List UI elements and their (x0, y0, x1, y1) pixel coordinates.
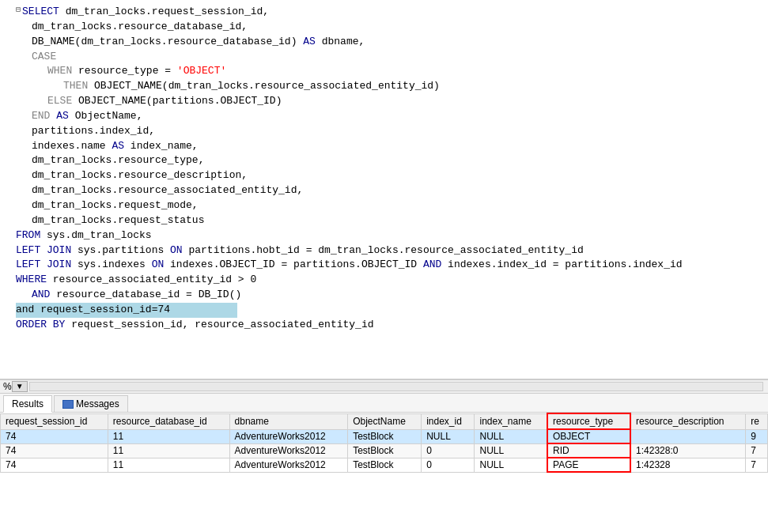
code-line-2: dm_tran_locks.resource_database_id, (16, 20, 762, 35)
code-content: ⊟SELECT dm_tran_locks.request_session_id… (0, 3, 768, 334)
zoom-percent: % (3, 381, 12, 392)
cell-index-name: NULL (475, 458, 547, 472)
cell-objectname: TestBlock (348, 458, 422, 472)
results-tab-label: Results (12, 398, 44, 409)
code-line-5: WHEN resource_type = 'OBJECT' (16, 64, 762, 79)
col-header-dbname: dbname (229, 413, 348, 429)
code-line-17: LEFT JOIN sys.partitions ON partitions.h… (16, 243, 762, 258)
col-header-index-name: index_name (475, 413, 547, 429)
code-line-7: ELSE OBJECT_NAME(partitions.OBJECT_ID) (16, 94, 762, 109)
cell-index-name: NULL (475, 429, 547, 443)
code-line-20: AND resource_database_id = DB_ID() (16, 288, 762, 303)
main-container: ⊟SELECT dm_tran_locks.request_session_id… (0, 0, 768, 532)
col-header-index-id: index_id (422, 413, 475, 429)
cell-db-id: 11 (108, 458, 229, 472)
results-table-container[interactable]: request_session_id resource_database_id … (0, 413, 768, 531)
table-row[interactable]: 74 11 AdventureWorks2012 TestBlock NULL … (1, 429, 768, 443)
tab-messages[interactable]: Messages (54, 395, 128, 412)
cell-index-id: NULL (422, 429, 475, 443)
zoom-dropdown-btn[interactable]: ▼ (12, 381, 28, 392)
cell-resource-type: PAGE (547, 458, 630, 472)
code-line-9: partitions.index_id, (16, 124, 762, 139)
cell-dbname: AdventureWorks2012 (229, 458, 348, 472)
col-header-resource-type: resource_type (547, 413, 630, 429)
col-header-resource-description: resource_description (630, 413, 746, 429)
cell-objectname: TestBlock (348, 429, 422, 443)
cell-session-id: 74 (1, 443, 108, 458)
cell-dbname: AdventureWorks2012 (229, 443, 348, 458)
cell-session-id: 74 (1, 429, 108, 443)
code-line-11: dm_tran_locks.resource_type, (16, 153, 762, 168)
cell-objectname: TestBlock (348, 443, 422, 458)
col-header-objectname: ObjectName (348, 413, 422, 429)
cell-re: 9 (746, 429, 768, 443)
cell-index-name: NULL (475, 443, 547, 458)
code-line-10: indexes.name AS index_name, (16, 139, 762, 154)
code-line-8: END AS ObjectName, (16, 109, 762, 124)
cell-session-id: 74 (1, 458, 108, 472)
code-line-13: dm_tran_locks.resource_associated_entity… (16, 183, 762, 198)
code-line-14: dm_tran_locks.request_mode, (16, 198, 762, 213)
cell-dbname: AdventureWorks2012 (229, 429, 348, 443)
code-line-21: and request_session_id=74 (16, 303, 237, 318)
code-line-4: CASE (16, 50, 762, 65)
code-line-15: dm_tran_locks.request_status (16, 213, 762, 228)
code-line-22: ORDER BY request_session_id, resource_as… (16, 318, 762, 333)
cell-index-id: 0 (422, 458, 475, 472)
horizontal-scrollbar[interactable] (29, 382, 763, 391)
code-line-18: LEFT JOIN sys.indexes ON indexes.OBJECT_… (16, 258, 762, 273)
cell-re: 7 (746, 458, 768, 472)
cell-resource-desc: 1:42328 (630, 458, 746, 472)
messages-tab-label: Messages (76, 398, 119, 409)
results-panel: Results Messages request_session_id reso… (0, 394, 768, 531)
col-header-re: re (746, 413, 768, 429)
code-line-6: THEN OBJECT_NAME(dm_tran_locks.resource_… (16, 79, 762, 94)
cell-resource-desc: 1:42328:0 (630, 443, 746, 458)
cell-db-id: 11 (108, 443, 229, 458)
table-row[interactable]: 74 11 AdventureWorks2012 TestBlock 0 NUL… (1, 458, 768, 472)
code-line-3: DB_NAME(dm_tran_locks.resource_database_… (16, 35, 762, 50)
cell-resource-type: RID (547, 443, 630, 458)
table-row[interactable]: 74 11 AdventureWorks2012 TestBlock 0 NUL… (1, 443, 768, 458)
code-line-16: FROM sys.dm_tran_locks (16, 228, 762, 243)
tab-results[interactable]: Results (3, 395, 52, 413)
results-tabs: Results Messages (0, 394, 768, 413)
results-table: request_session_id resource_database_id … (0, 413, 768, 473)
cell-resource-type: OBJECT (547, 429, 630, 443)
messages-tab-icon (62, 400, 74, 409)
cell-re: 7 (746, 443, 768, 458)
col-header-resource-database-id: resource_database_id (108, 413, 229, 429)
col-header-request-session-id: request_session_id (1, 413, 108, 429)
table-header-row: request_session_id resource_database_id … (1, 413, 768, 429)
collapse-icon-1[interactable]: ⊟ (16, 5, 21, 17)
code-line-1: ⊟SELECT dm_tran_locks.request_session_id… (16, 5, 762, 20)
cell-index-id: 0 (422, 443, 475, 458)
scrollbar-area: % ▼ (0, 379, 768, 394)
code-editor[interactable]: ⊟SELECT dm_tran_locks.request_session_id… (0, 0, 768, 379)
code-line-19: WHERE resource_associated_entity_id > 0 (16, 273, 762, 288)
cell-resource-desc (630, 429, 746, 443)
code-line-12: dm_tran_locks.resource_description, (16, 168, 762, 183)
cell-db-id: 11 (108, 429, 229, 443)
